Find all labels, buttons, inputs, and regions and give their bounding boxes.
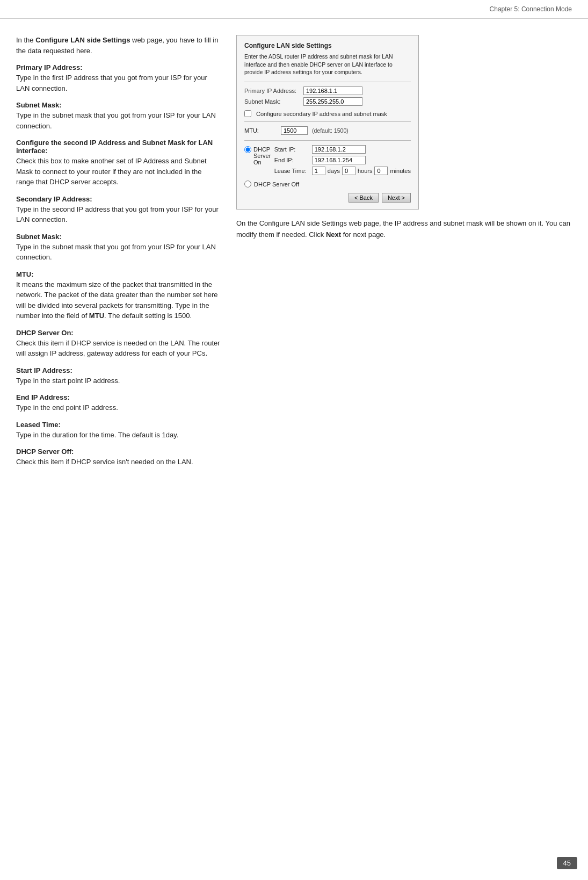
mtu-input[interactable] [281, 126, 308, 135]
section-title-subnet-mask-2: Subnet Mask: [16, 233, 220, 241]
start-ip-field-label: Start IP: [274, 146, 312, 153]
section-dhcp-server-off: DHCP Server Off: Check this item if DHCP… [16, 448, 220, 467]
on-page-bold: Next [326, 230, 341, 239]
section-configure-second: Configure the second IP Address and Subn… [16, 139, 220, 187]
section-body-dhcp-off: Check this item if DHCP service isn't ne… [16, 457, 220, 467]
button-row: < Back Next > [244, 193, 411, 203]
lease-minutes-input[interactable] [374, 167, 388, 175]
dhcp-off-row: DHCP Server Off [244, 181, 411, 187]
dhcp-on-radio-col: DHCP Server On [244, 145, 274, 177]
primary-ip-input[interactable] [303, 86, 362, 95]
mtu-default: (default: 1500) [312, 127, 349, 134]
ui-panel: Configure LAN side Settings Enter the AD… [236, 35, 419, 210]
on-page-prefix: On the Configure LAN side Settings web p… [236, 219, 570, 239]
right-column: Configure LAN side Settings Enter the AD… [236, 35, 572, 475]
chapter-header: Chapter 5: Connection Mode [0, 0, 588, 19]
section-title-end-ip: End IP Address: [16, 393, 220, 401]
section-body-leased-time: Type in the duration for the time. The d… [16, 430, 220, 441]
secondary-ip-checkbox-row: Configure secondary IP address and subne… [244, 110, 411, 117]
section-body-mtu: It means the maximum size of the packet … [16, 279, 220, 321]
intro-bold: Configure LAN side Settings [35, 36, 130, 44]
next-button[interactable]: Next > [382, 193, 411, 203]
dhcp-off-label: DHCP Server Off [254, 181, 299, 187]
section-body-start-ip: Type in the start point IP address. [16, 376, 220, 386]
lease-hours-input[interactable] [342, 167, 355, 175]
lease-time-row: Lease Time: days hours minutes [274, 167, 411, 175]
intro-prefix: In the [16, 36, 35, 44]
subnet-mask-input[interactable] [303, 97, 362, 106]
intro-paragraph: In the Configure LAN side Settings web p… [16, 35, 220, 56]
primary-ip-label: Primary IP Address: [244, 88, 303, 94]
section-body-configure-second: Check this box to make another set of IP… [16, 156, 220, 187]
section-primary-ip: Primary IP Address: Type in the first IP… [16, 63, 220, 93]
lease-days-unit: days [328, 168, 340, 174]
end-ip-field[interactable] [312, 156, 366, 164]
section-secondary-ip: Secondary IP Address: Type in the second… [16, 195, 220, 225]
section-title-dhcp-off: DHCP Server Off: [16, 448, 220, 456]
lease-minutes-unit: minutes [390, 168, 411, 174]
mtu-label: MTU: [244, 127, 277, 134]
section-title-mtu: MTU: [16, 270, 220, 278]
end-ip-field-label: End IP: [274, 157, 312, 163]
section-title-subnet-mask-1: Subnet Mask: [16, 101, 220, 109]
section-end-ip: End IP Address: Type in the end point IP… [16, 393, 220, 413]
section-subnet-mask-1: Subnet Mask: Type in the subnet mask tha… [16, 101, 220, 131]
section-start-ip: Start IP Address: Type in the start poin… [16, 366, 220, 386]
lease-hours-unit: hours [358, 168, 373, 174]
lease-time-label: Lease Time: [274, 168, 312, 174]
primary-ip-row: Primary IP Address: [244, 86, 411, 95]
subnet-mask-row: Subnet Mask: [244, 97, 411, 106]
section-title-start-ip: Start IP Address: [16, 366, 220, 374]
mtu-bold: MTU [89, 312, 104, 320]
left-column: In the Configure LAN side Settings web p… [16, 35, 220, 475]
on-page-suffix: for next page. [341, 230, 386, 239]
dhcp-off-radio[interactable] [244, 181, 251, 187]
secondary-ip-checkbox-label: Configure secondary IP address and subne… [256, 111, 387, 117]
on-page-description: On the Configure LAN side Settings web p… [236, 218, 572, 241]
dhcp-fields: Start IP: End IP: Lease Time: days [274, 145, 411, 177]
dhcp-on-label: DHCP Server On [253, 146, 274, 165]
back-button[interactable]: < Back [349, 193, 379, 203]
section-leased-time: Leased Time: Type in the duration for th… [16, 421, 220, 441]
section-body-end-ip: Type in the end point IP address. [16, 402, 220, 413]
end-ip-row: End IP: [274, 156, 411, 164]
section-body-subnet-mask-1: Type in the subnet mask that you got fro… [16, 110, 220, 131]
dhcp-on-radio[interactable] [244, 146, 251, 153]
section-title-dhcp-on: DHCP Server On: [16, 329, 220, 337]
section-title-configure-second: Configure the second IP Address and Subn… [16, 139, 220, 155]
lease-inputs: days hours minutes [312, 167, 411, 175]
dhcp-section: DHCP Server On Start IP: End IP: [244, 145, 411, 177]
section-body-primary-ip: Type in the first IP address that you go… [16, 73, 220, 93]
section-title-leased-time: Leased Time: [16, 421, 220, 429]
subnet-mask-label: Subnet Mask: [244, 98, 303, 105]
start-ip-field[interactable] [312, 145, 366, 154]
mtu-row: MTU: (default: 1500) [244, 126, 411, 135]
ui-panel-title: Configure LAN side Settings [244, 42, 411, 49]
section-mtu: MTU: It means the maximum size of the pa… [16, 270, 220, 321]
section-body-secondary-ip: Type in the second IP address that you g… [16, 204, 220, 225]
start-ip-row: Start IP: [274, 145, 411, 154]
page-number: 45 [557, 857, 577, 869]
section-dhcp-server-on: DHCP Server On: Check this item if DHCP … [16, 329, 220, 359]
chapter-title: Chapter 5: Connection Mode [490, 5, 572, 13]
section-title-primary-ip: Primary IP Address: [16, 63, 220, 71]
ui-panel-desc: Enter the ADSL router IP address and sub… [244, 53, 411, 76]
section-body-subnet-mask-2: Type in the subnet mask that you got fro… [16, 242, 220, 263]
section-subnet-mask-2: Subnet Mask: Type in the subnet mask tha… [16, 233, 220, 263]
section-body-dhcp-on: Check this item if DHCP service is neede… [16, 338, 220, 359]
secondary-ip-checkbox[interactable] [244, 110, 251, 117]
section-title-secondary-ip: Secondary IP Address: [16, 195, 220, 203]
lease-days-input[interactable] [312, 167, 325, 175]
